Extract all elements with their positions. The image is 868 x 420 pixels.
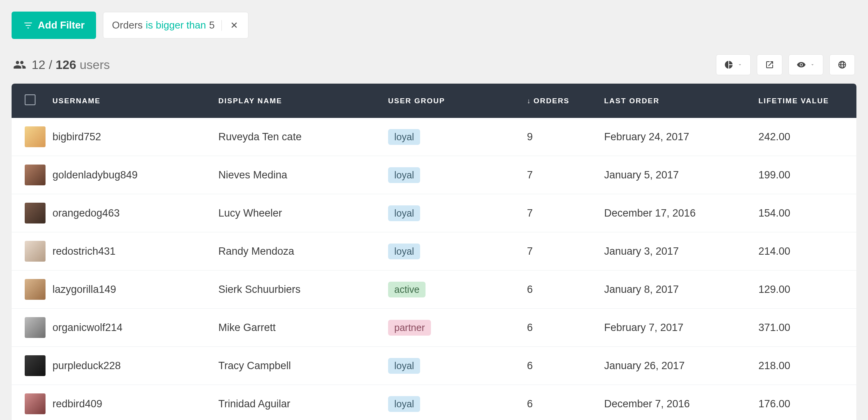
chevron-down-icon bbox=[737, 62, 743, 67]
cell-username: redbird409 bbox=[52, 398, 102, 410]
avatar bbox=[25, 279, 46, 300]
eye-icon bbox=[797, 60, 806, 69]
cell-display-name: Sierk Schuurbiers bbox=[218, 284, 301, 295]
count-shown: 12 bbox=[32, 58, 46, 72]
avatar bbox=[25, 165, 46, 185]
chevron-down-icon bbox=[810, 62, 815, 67]
avatar bbox=[25, 126, 46, 147]
col-header-lifetime-value[interactable]: LIFETIME VALUE bbox=[758, 84, 856, 118]
col-header-user-group[interactable]: USER GROUP bbox=[388, 84, 527, 118]
add-filter-label: Add Filter bbox=[38, 19, 84, 31]
cell-username: bigbird752 bbox=[52, 131, 101, 143]
cell-display-name: Trinidad Aguilar bbox=[218, 398, 290, 410]
cell-lifetime-value: 214.00 bbox=[758, 245, 790, 257]
avatar bbox=[25, 203, 46, 223]
cell-last-order: January 5, 2017 bbox=[604, 169, 679, 181]
cell-display-name: Nieves Medina bbox=[218, 169, 287, 181]
table-header-row: USERNAME DISPLAY NAME USER GROUP ↓ORDERS… bbox=[12, 84, 856, 118]
export-icon bbox=[765, 60, 774, 69]
cell-lifetime-value: 154.00 bbox=[758, 207, 790, 219]
cell-orders: 9 bbox=[527, 131, 533, 143]
user-group-badge: loyal bbox=[388, 396, 420, 412]
table-row[interactable]: bigbird752Ruveyda Ten cateloyal9February… bbox=[12, 118, 856, 156]
sort-desc-icon: ↓ bbox=[527, 97, 531, 105]
user-group-badge: partner bbox=[388, 320, 431, 336]
table-actions bbox=[716, 54, 855, 75]
chart-button[interactable] bbox=[716, 54, 751, 75]
users-icon bbox=[13, 58, 26, 71]
avatar bbox=[25, 355, 46, 376]
cell-display-name: Tracy Campbell bbox=[218, 360, 291, 371]
cell-last-order: February 24, 2017 bbox=[604, 131, 689, 143]
cell-username: purpleduck228 bbox=[52, 360, 121, 371]
cell-lifetime-value: 129.00 bbox=[758, 284, 790, 295]
table-row[interactable]: lazygorilla149Sierk Schuurbiersactive6Ja… bbox=[12, 270, 856, 309]
cell-display-name: Ruveyda Ten cate bbox=[218, 131, 302, 143]
cell-last-order: February 7, 2017 bbox=[604, 322, 684, 333]
table-row[interactable]: redostrich431Randy Mendozaloyal7January … bbox=[12, 232, 856, 270]
cell-orders: 7 bbox=[527, 207, 533, 219]
user-group-badge: loyal bbox=[388, 167, 420, 183]
cell-last-order: January 8, 2017 bbox=[604, 284, 679, 295]
filter-chip-remove[interactable]: ✕ bbox=[229, 21, 240, 30]
select-all-checkbox[interactable] bbox=[25, 94, 35, 105]
globe-button[interactable] bbox=[829, 54, 855, 75]
col-header-username[interactable]: USERNAME bbox=[52, 84, 218, 118]
count-label: users bbox=[80, 58, 110, 72]
pie-chart-icon bbox=[724, 60, 733, 69]
cell-username: organicwolf214 bbox=[52, 322, 123, 333]
table-row[interactable]: orangedog463Lucy Wheelerloyal7December 1… bbox=[12, 194, 856, 232]
table-row[interactable]: redbird409Trinidad Aguilarloyal6December… bbox=[12, 385, 856, 420]
cell-orders: 6 bbox=[527, 284, 533, 295]
cell-orders: 7 bbox=[527, 169, 533, 181]
cell-lifetime-value: 242.00 bbox=[758, 131, 790, 143]
cell-orders: 6 bbox=[527, 322, 533, 333]
table-row[interactable]: purpleduck228Tracy Campbellloyal6January… bbox=[12, 347, 856, 385]
count-separator: / bbox=[49, 58, 52, 72]
cell-display-name: Mike Garrett bbox=[218, 322, 276, 333]
filter-chip-value: 5 bbox=[209, 19, 214, 31]
cell-display-name: Randy Mendoza bbox=[218, 245, 294, 257]
visibility-button[interactable] bbox=[789, 54, 823, 75]
cell-last-order: January 26, 2017 bbox=[604, 360, 685, 371]
cell-username: goldenladybug849 bbox=[52, 169, 138, 181]
cell-username: redostrich431 bbox=[52, 245, 116, 257]
cell-orders: 6 bbox=[527, 398, 533, 410]
cell-orders: 6 bbox=[527, 360, 533, 371]
col-header-last-order[interactable]: LAST ORDER bbox=[604, 84, 758, 118]
users-table: USERNAME DISPLAY NAME USER GROUP ↓ORDERS… bbox=[12, 84, 856, 420]
cell-last-order: January 3, 2017 bbox=[604, 245, 679, 257]
cell-username: orangedog463 bbox=[52, 207, 120, 219]
avatar bbox=[25, 393, 46, 414]
col-header-display-name[interactable]: DISPLAY NAME bbox=[218, 84, 388, 118]
summary-row: 12 / 126 users bbox=[12, 54, 856, 75]
table-row[interactable]: goldenladybug849Nieves Medinaloyal7Janua… bbox=[12, 156, 856, 194]
user-group-badge: loyal bbox=[388, 244, 420, 259]
user-group-badge: loyal bbox=[388, 358, 420, 374]
cell-lifetime-value: 176.00 bbox=[758, 398, 790, 410]
filter-icon bbox=[23, 20, 33, 30]
user-group-badge: loyal bbox=[388, 205, 420, 221]
cell-last-order: December 17, 2016 bbox=[604, 207, 696, 219]
export-button[interactable] bbox=[757, 54, 782, 75]
cell-lifetime-value: 218.00 bbox=[758, 360, 790, 371]
count-total: 126 bbox=[56, 58, 76, 72]
user-group-badge: loyal bbox=[388, 129, 420, 145]
add-filter-button[interactable]: Add Filter bbox=[12, 12, 96, 39]
cell-lifetime-value: 371.00 bbox=[758, 322, 790, 333]
cell-username: lazygorilla149 bbox=[52, 284, 116, 295]
col-header-orders[interactable]: ↓ORDERS bbox=[527, 84, 604, 118]
filter-chip-orders[interactable]: Orders is bigger than 5 ✕ bbox=[103, 12, 248, 39]
filter-chip-divider bbox=[221, 20, 222, 31]
user-group-badge: active bbox=[388, 282, 426, 297]
record-count: 12 / 126 users bbox=[13, 58, 110, 72]
globe-icon bbox=[838, 60, 847, 69]
cell-orders: 7 bbox=[527, 245, 533, 257]
filter-bar: Add Filter Orders is bigger than 5 ✕ bbox=[12, 12, 856, 39]
table-row[interactable]: organicwolf214Mike Garrettpartner6Februa… bbox=[12, 309, 856, 347]
filter-chip-operator: is bigger than bbox=[146, 19, 206, 31]
avatar bbox=[25, 241, 46, 262]
avatar bbox=[25, 317, 46, 338]
cell-lifetime-value: 199.00 bbox=[758, 169, 790, 181]
cell-last-order: December 7, 2016 bbox=[604, 398, 690, 410]
